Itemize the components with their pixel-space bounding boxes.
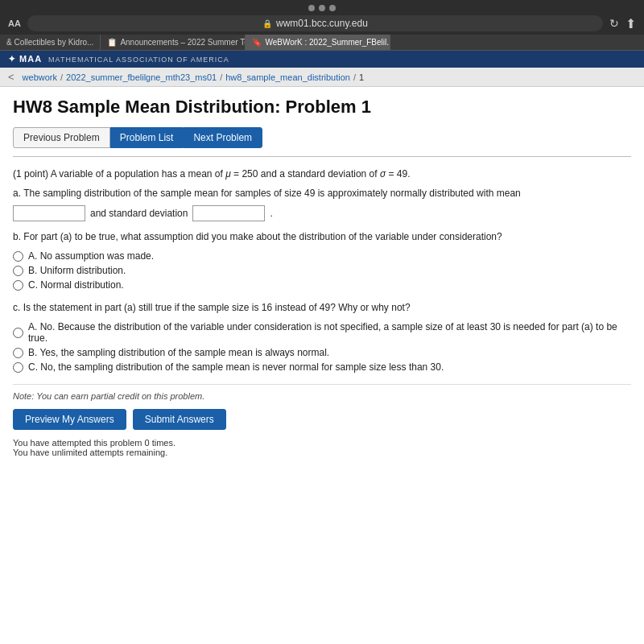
part-b-radio-a[interactable]: [13, 251, 23, 262]
part-b-radio-c[interactable]: [13, 280, 23, 291]
window-controls: [308, 5, 336, 11]
part-a-mean-input[interactable]: [13, 205, 85, 221]
tab-webwork[interactable]: 🔖 WeBWorK : 2022_Summer_FBelil...: [246, 35, 390, 50]
maa-bar: ✦ MAA MATHEMATICAL ASSOCIATION OF AMERIC…: [0, 51, 644, 68]
breadcrumb-sep-3: /: [353, 72, 356, 82]
maa-logo: ✦ MAA: [8, 54, 42, 64]
maa-full-text: MATHEMATICAL ASSOCIATION OF AMERICA: [48, 56, 229, 64]
url-text: wwm01.bcc.cuny.edu: [276, 18, 368, 29]
tab-collectibles-label: & Collectibles by Kidro...: [6, 38, 93, 47]
part-b-option-c-label: C. Normal distribution.: [28, 279, 124, 291]
breadcrumb-back[interactable]: <: [8, 71, 19, 83]
part-c-option-c-label: C. No, the sampling distribution of the …: [28, 361, 444, 373]
breadcrumb: < webwork / 2022_summer_fbelilgne_mth23_…: [0, 68, 644, 87]
breadcrumb-sep-1: /: [60, 72, 63, 82]
breadcrumb-webwork[interactable]: webwork: [23, 72, 57, 82]
part-a-sd-input[interactable]: [192, 205, 265, 221]
dot-2: [319, 5, 325, 11]
tab-bar: & Collectibles by Kidro... 📋 Announcemen…: [0, 35, 644, 51]
next-problem-button[interactable]: Next Problem: [183, 127, 262, 148]
part-b-option-c[interactable]: C. Normal distribution.: [13, 279, 631, 291]
page-title: HW8 Sample Mean Distribution: Problem 1: [13, 97, 631, 118]
breadcrumb-hw[interactable]: hw8_sample_mean_distribution: [225, 72, 350, 82]
problem-intro: (1 point) A variable of a population has…: [13, 168, 631, 180]
page-content: HW8 Sample Mean Distribution: Problem 1 …: [0, 87, 644, 644]
tab-announcements-icon: 📋: [107, 38, 117, 47]
part-c-radio-c[interactable]: [13, 362, 23, 373]
part-c-question: c. Is the statement in part (a) still tr…: [13, 302, 631, 313]
problem-list-button[interactable]: Problem List: [110, 127, 184, 148]
submit-answers-button[interactable]: Submit Answers: [133, 409, 226, 430]
part-c-radio-a[interactable]: [13, 328, 23, 338]
attempt-text: You have attempted this problem 0 times.: [13, 438, 631, 448]
part-b-question: b. For part (a) to be true, what assumpt…: [13, 231, 631, 242]
unlimited-text: You have unlimited attempts remaining.: [13, 448, 631, 457]
part-c-option-c[interactable]: C. No, the sampling distribution of the …: [13, 361, 631, 373]
preview-answers-button[interactable]: Preview My Answers: [13, 409, 126, 430]
part-c-option-b-label: B. Yes, the sampling distribution of the…: [28, 347, 329, 358]
part-c-radio-b[interactable]: [13, 348, 23, 358]
part-c-option-b[interactable]: B. Yes, the sampling distribution of the…: [13, 347, 631, 358]
content-area: < webwork / 2022_summer_fbelilgne_mth23_…: [0, 68, 644, 644]
address-bar-row: AA 🔒 wwm01.bcc.cuny.edu ↻ ⬆: [8, 15, 636, 31]
note-text: Note: You can earn partial credit on thi…: [13, 384, 631, 401]
tab-collectibles[interactable]: & Collectibles by Kidro...: [0, 35, 101, 50]
action-buttons: Preview My Answers Submit Answers: [13, 409, 631, 430]
tab-webwork-label: WeBWorK : 2022_Summer_FBelil...: [265, 38, 390, 47]
dot-3: [329, 5, 336, 11]
part-a-label: a. The sampling distribution of the samp…: [13, 188, 631, 199]
part-b-option-b-label: B. Uniform distribution.: [28, 265, 126, 276]
part-c-option-a[interactable]: A. No. Because the distribution of the v…: [13, 321, 631, 344]
dot-1: [308, 5, 315, 11]
tab-announcements[interactable]: 📋 Announcements – 2022 Summer Term (4W1)…: [101, 35, 246, 50]
tab-webwork-icon: 🔖: [252, 38, 262, 47]
nav-buttons: Previous Problem Problem List Next Probl…: [13, 127, 631, 157]
breadcrumb-problem-num: 1: [359, 72, 364, 82]
breadcrumb-course[interactable]: 2022_summer_fbelilgne_mth23_ms01: [66, 72, 217, 82]
part-b-option-b[interactable]: B. Uniform distribution.: [13, 265, 631, 276]
aa-label[interactable]: AA: [8, 19, 21, 28]
part-b-option-a[interactable]: A. No assumption was made.: [13, 250, 631, 262]
part-c-option-a-label: A. No. Because the distribution of the v…: [28, 321, 631, 344]
breadcrumb-sep-2: /: [220, 72, 222, 82]
part-b-option-a-label: A. No assumption was made.: [28, 250, 154, 262]
part-a-period: .: [270, 208, 272, 219]
share-button[interactable]: ⬆: [625, 16, 636, 31]
part-b-radio-b[interactable]: [13, 266, 23, 276]
browser-chrome: AA 🔒 wwm01.bcc.cuny.edu ↻ ⬆: [0, 0, 644, 35]
part-c-options: A. No. Because the distribution of the v…: [13, 321, 631, 373]
address-bar[interactable]: 🔒 wwm01.bcc.cuny.edu: [27, 15, 603, 31]
part-b-options: A. No assumption was made. B. Uniform di…: [13, 250, 631, 291]
previous-problem-button[interactable]: Previous Problem: [13, 127, 110, 148]
part-a-inputs: and standard deviation .: [13, 205, 631, 221]
reload-button[interactable]: ↻: [609, 17, 619, 30]
lock-icon: 🔒: [262, 19, 272, 28]
part-a-and-text: and standard deviation: [90, 208, 188, 219]
tab-announcements-label: Announcements – 2022 Summer Term (4W1) P…: [120, 38, 246, 47]
